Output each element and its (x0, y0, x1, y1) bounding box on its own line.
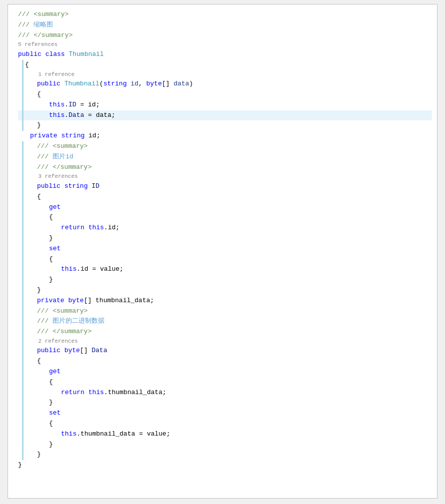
token-plain: { (37, 356, 41, 367)
token-meta: 3 references (25, 172, 78, 181)
token-plain: { (25, 60, 29, 70)
token-meta: 2 references (25, 337, 78, 346)
token-kw-this: this (61, 264, 76, 275)
token-comment: /// </summary> (37, 327, 92, 337)
token-plain: ) (189, 79, 193, 89)
code-line: /// </summary> (18, 327, 432, 337)
token-comment-chinese: 图片id (52, 152, 74, 162)
code-line: private string id; (18, 131, 432, 141)
token-property: ID (92, 181, 100, 192)
token-plain: .id = value; (76, 264, 124, 275)
token-comment: /// (18, 20, 34, 30)
token-kw-this: this (49, 100, 64, 110)
token-class-name: Thumbnail (64, 79, 100, 89)
token-plain: { (49, 377, 53, 388)
code-line: public class Thumbnail (18, 49, 432, 60)
token-comment-chinese: 图片的二进制数据 (52, 316, 104, 327)
code-line: public string ID (18, 181, 432, 192)
token-plain: { (49, 419, 53, 429)
token-plain: } (49, 275, 53, 285)
code-line: } (18, 233, 432, 244)
code-line: } (18, 285, 432, 296)
token-property: Data (92, 346, 107, 356)
token-kw: private (37, 296, 64, 306)
code-content: /// <summary>/// 缩略图/// </summary>5 refe… (8, 9, 437, 471)
code-line: /// 图片的二进制数据 (18, 316, 432, 327)
token-kw: string (104, 79, 127, 89)
code-line: } (18, 398, 432, 408)
code-line: set (18, 244, 432, 254)
token-class-name: Thumbnail (68, 49, 104, 60)
token-plain: ( (100, 79, 104, 89)
token-kw: string (61, 131, 84, 141)
code-line: { (18, 419, 432, 429)
token-plain (42, 49, 46, 60)
token-plain (60, 346, 64, 356)
token-kw: return (61, 388, 84, 398)
token-plain (84, 223, 88, 233)
token-plain: , (138, 79, 146, 89)
token-kw-this: this (88, 223, 104, 233)
code-line: public byte[] Data (18, 346, 432, 356)
token-comment: /// <summary> (37, 306, 88, 317)
token-plain (60, 181, 64, 192)
token-kw: return (61, 223, 84, 233)
token-meta: 1 reference (25, 70, 74, 79)
token-plain (60, 79, 64, 89)
token-property: ID (68, 100, 76, 110)
code-line: get (18, 367, 432, 377)
code-line: } (18, 450, 432, 460)
token-plain: } (49, 440, 53, 450)
code-line: this.thumbnail_data = value; (18, 429, 432, 440)
token-plain: { (37, 192, 41, 202)
code-line: } (18, 275, 432, 285)
code-line: /// 缩略图 (18, 20, 432, 30)
token-plain: } (37, 450, 41, 460)
token-plain: { (37, 89, 41, 100)
token-plain: .id; (104, 223, 120, 233)
code-line: public Thumbnail(string id, byte[] data) (18, 79, 432, 89)
token-comment: /// </summary> (18, 30, 72, 41)
token-kw: byte (64, 346, 80, 356)
code-line: return this.thumbnail_data; (18, 388, 432, 398)
token-param: id (130, 79, 138, 89)
token-kw: string (64, 181, 88, 192)
token-plain: id; (84, 131, 100, 141)
token-comment: /// <summary> (18, 9, 68, 20)
token-kw: byte (146, 79, 162, 89)
code-line: { (18, 254, 432, 265)
code-line: this.Data = data; (18, 110, 432, 121)
code-line: this.id = value; (18, 264, 432, 275)
token-kw: public (18, 49, 42, 60)
code-line: /// <summary> (18, 306, 432, 317)
token-plain: [] (162, 79, 174, 89)
token-plain: { (49, 254, 53, 265)
token-plain: = id; (76, 100, 100, 110)
code-line: } (18, 120, 432, 131)
token-plain (126, 79, 130, 89)
token-kw: public (37, 346, 60, 356)
token-plain: } (18, 460, 22, 471)
code-line: 5 references (18, 40, 432, 49)
token-plain (64, 296, 68, 306)
token-kw: get (49, 202, 60, 213)
code-line: /// </summary> (18, 162, 432, 173)
token-kw: set (49, 408, 60, 419)
token-plain: } (49, 233, 53, 244)
token-kw: class (46, 49, 65, 60)
token-plain: . (64, 100, 68, 110)
token-kw: get (49, 367, 60, 377)
token-param: data (174, 79, 189, 89)
token-kw: private (30, 131, 58, 141)
token-comment: /// <summary> (37, 141, 88, 152)
token-kw-this: this (61, 429, 76, 440)
token-plain: } (37, 120, 41, 131)
code-line: private byte[] thumbnail_data; (18, 296, 432, 306)
token-plain: [] thumbnail_data; (84, 296, 154, 306)
token-plain: . (64, 110, 68, 121)
code-line: { (18, 212, 432, 223)
token-plain (88, 181, 92, 192)
token-comment: /// (37, 316, 52, 327)
token-plain: .thumbnail_data = value; (76, 429, 170, 440)
token-kw: public (37, 181, 60, 192)
